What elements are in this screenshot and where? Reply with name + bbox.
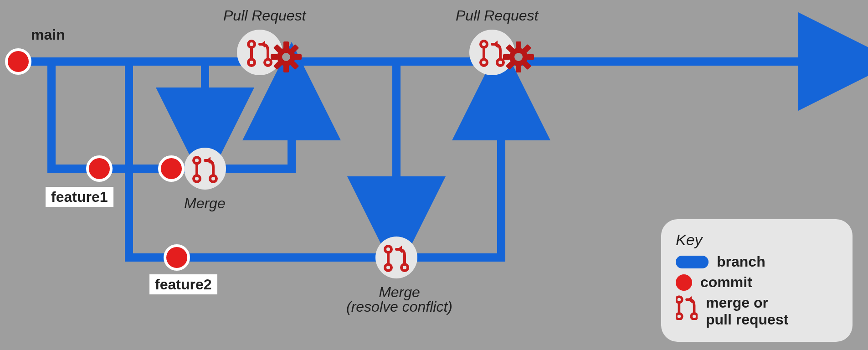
commit-feature2 <box>165 246 189 269</box>
commit-origin <box>6 50 30 73</box>
svg-point-25 <box>237 30 282 75</box>
legend-row-branch: branch <box>676 253 838 270</box>
legend: Key branch commit merge or pull request <box>661 219 853 342</box>
label-merge: Merge <box>184 196 226 211</box>
legend-text-pr: merge or pull request <box>706 294 788 328</box>
commits <box>6 50 189 269</box>
text-pr1: Pull Request <box>223 7 306 24</box>
legend-row-commit: commit <box>676 274 838 291</box>
label-feature2: feature2 <box>149 274 217 294</box>
commit-feature1-pre <box>159 157 183 180</box>
merge-node-feature1 <box>184 148 226 190</box>
commit-feature1 <box>87 157 111 180</box>
legend-title: Key <box>676 231 838 249</box>
label-pr-1: Pull Request <box>223 8 306 23</box>
legend-text-commit: commit <box>700 274 752 291</box>
svg-point-24 <box>375 237 417 278</box>
text-pr2: Pull Request <box>456 7 538 24</box>
legend-text-branch: branch <box>717 253 765 270</box>
label-pr-2: Pull Request <box>456 8 538 23</box>
svg-point-26 <box>469 30 515 75</box>
label-merge-resolve: Merge (resolve conflict) <box>346 285 452 314</box>
label-main: main <box>31 27 65 42</box>
text-merge2-l2: (resolve conflict) <box>346 299 452 315</box>
branch-swatch-icon <box>676 256 709 268</box>
svg-point-23 <box>184 148 226 190</box>
text-merge2-l1: Merge <box>379 284 420 300</box>
pr-swatch-icon <box>676 294 698 320</box>
label-feature1: feature1 <box>46 187 113 207</box>
legend-row-pr: merge or pull request <box>676 294 838 328</box>
merge-node-feature2 <box>375 237 417 278</box>
commit-swatch-icon <box>676 274 692 291</box>
pull-request-node-1 <box>237 30 308 79</box>
pull-request-node-2 <box>469 30 540 79</box>
text-merge: Merge <box>184 195 226 211</box>
